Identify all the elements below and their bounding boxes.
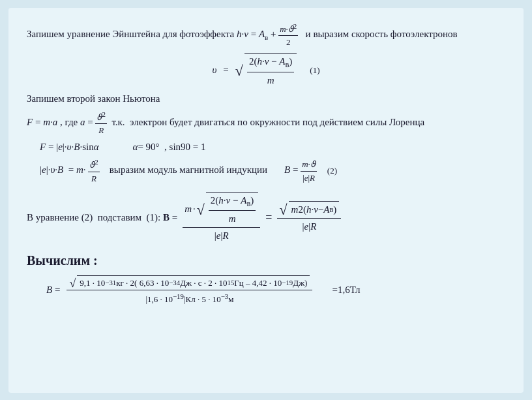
inline-frac-B: m·ϑ |e|R: [301, 158, 317, 184]
compute-title: Вычислим :: [27, 251, 505, 270]
formula1-block: υ = √ 2(h·ν − Aв) m (1): [27, 53, 505, 87]
line5-left: |e|·υ·B = m· ϑ2 R выразим модуль магнитн…: [40, 157, 267, 185]
line4-block: F = |e|·υ·B·sinα α= 90° , sin90 = 1: [27, 140, 505, 155]
line5-block: |e|·υ·B = m· ϑ2 R выразим модуль магнитн…: [27, 157, 505, 185]
eq-number-2: (2): [327, 164, 337, 177]
big-frac-left: m· √ 2(h·ν − Aв) m |e|R: [183, 192, 260, 243]
compute-frac: √ 9,1 · 10−31 кг · 2( 6,63 · 10−34 Дж · …: [66, 274, 312, 305]
big-equals: =: [265, 209, 272, 226]
inline-frac-v2r: ϑ2 R: [88, 157, 99, 185]
compute-section: Вычислим : B = √ 9,1 · 10−31 кг · 2( 6,6…: [27, 251, 505, 305]
line5-B: B = m·ϑ |e|R: [284, 158, 317, 184]
compute-numerator: √ 9,1 · 10−31 кг · 2( 6,63 · 10−34 Дж · …: [66, 274, 312, 290]
line1-text: Запишем уравнение Эйнштейна для фотоэффе…: [27, 21, 505, 49]
compute-result: =1,6Тл: [332, 283, 360, 298]
main-page: Запишем уравнение Эйнштейна для фотоэффе…: [8, 8, 524, 393]
compute-denominator: |1,6 · 10−19|Кл · 5 · 10−3м: [143, 290, 236, 306]
line3-text: F = m·a , где a = ϑ2 R т.к. электрон буд…: [27, 109, 505, 137]
line4-alpha: α= 90° , sin90 = 1: [133, 140, 206, 155]
big-frac-right: √ m2(h·ν − Aв) |e|R: [277, 201, 341, 234]
compute-line: B = √ 9,1 · 10−31 кг · 2( 6,63 · 10−34 Д…: [27, 274, 505, 305]
formula1-equals: =: [223, 63, 228, 78]
frac-numerator: 2(h·ν − Aв) m: [247, 54, 294, 87]
inline-frac-a: ϑ2 R: [95, 109, 107, 137]
eq-number-1: (1): [310, 64, 319, 77]
line6-prefix: В уравнение (2) подставим (1): B =: [27, 210, 177, 225]
compute-B-label: B =: [46, 283, 60, 298]
formula1-sqrt: √ 2(h·ν − Aв) m: [235, 53, 297, 87]
formula1-v: υ: [212, 63, 216, 78]
line6-block: В уравнение (2) подставим (1): B = m· √ …: [27, 192, 505, 243]
inline-frac-mv2: m·ϑ2 2: [278, 21, 298, 49]
line2-text: Запишем второй закон Ньютона: [27, 91, 505, 106]
line4-F: F = |e|·υ·B·sinα: [40, 140, 99, 155]
